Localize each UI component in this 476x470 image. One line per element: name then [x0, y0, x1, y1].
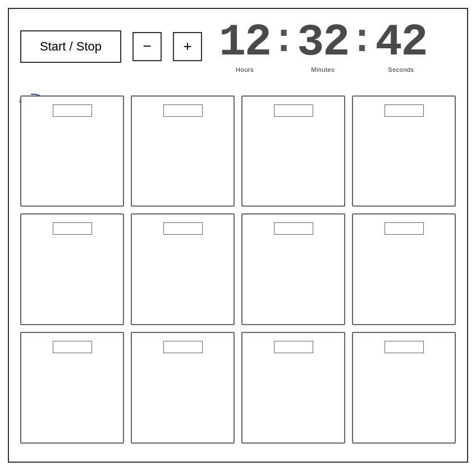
card-7[interactable] [241, 213, 345, 325]
card-2-tab [163, 104, 203, 117]
card-6-tab [163, 222, 203, 235]
card-5-tab [53, 222, 92, 235]
card-5[interactable] [20, 213, 124, 325]
card-8[interactable] [352, 213, 456, 325]
minutes-group: 32 Minutes [297, 20, 349, 73]
header: Start / Stop − + 12 Hours : 32 Minutes :… [20, 20, 456, 73]
seconds-group: 42 Seconds [375, 20, 427, 73]
hours-label: Hours [236, 66, 254, 73]
card-4[interactable] [352, 95, 456, 207]
hours-digits: 12 [219, 20, 271, 65]
card-3[interactable] [241, 95, 345, 207]
card-2[interactable] [131, 95, 235, 207]
card-10-tab [163, 341, 203, 353]
seconds-digits: 42 [375, 20, 427, 65]
card-12-tab [385, 341, 424, 353]
card-6[interactable] [131, 213, 235, 325]
colon-2: : [349, 20, 375, 61]
minutes-digits: 32 [297, 20, 349, 65]
card-1[interactable] [20, 95, 124, 207]
card-11-tab [274, 341, 313, 353]
hours-group: 12 Hours [219, 20, 271, 73]
minus-button[interactable]: − [132, 32, 162, 61]
minutes-label: Minutes [311, 66, 335, 73]
card-10[interactable] [131, 332, 235, 444]
card-3-tab [274, 104, 313, 117]
card-12[interactable] [352, 332, 456, 444]
card-4-tab [385, 104, 424, 117]
card-9[interactable] [20, 332, 124, 444]
seconds-label: Seconds [388, 66, 414, 73]
plus-button[interactable]: + [173, 32, 202, 61]
start-stop-button[interactable]: Start / Stop [20, 30, 121, 63]
card-8-tab [385, 222, 424, 235]
card-9-tab [53, 341, 92, 353]
colon-1: : [271, 20, 297, 61]
main-container: Start / Stop − + 12 Hours : 32 Minutes :… [8, 8, 468, 463]
card-7-tab [274, 222, 313, 235]
clock-display: 12 Hours : 32 Minutes : 42 Seconds [219, 20, 427, 73]
card-11[interactable] [241, 332, 345, 444]
card-1-tab [53, 104, 92, 117]
cards-grid [20, 95, 456, 444]
